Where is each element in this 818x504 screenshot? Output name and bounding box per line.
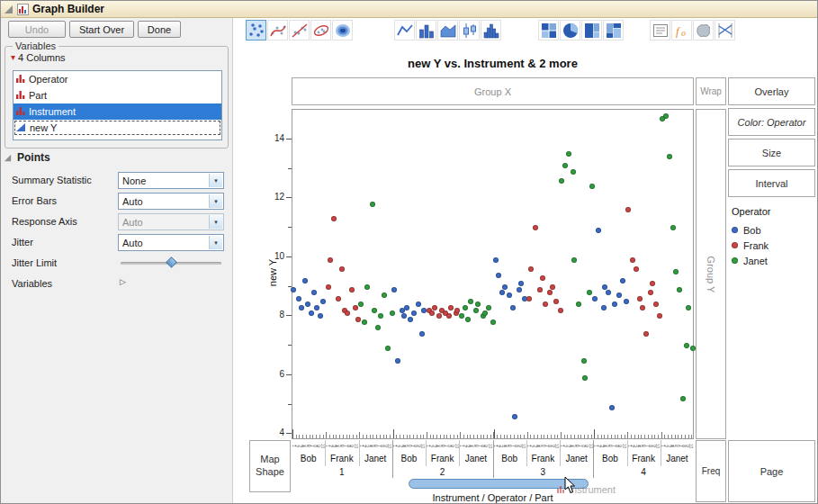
map-shapes-icon[interactable] bbox=[693, 20, 714, 40]
scatter-point[interactable] bbox=[345, 310, 350, 316]
scatter-point[interactable] bbox=[571, 169, 576, 175]
scatter-point[interactable] bbox=[589, 184, 595, 189]
scatter-point[interactable] bbox=[364, 284, 370, 290]
scatter-point[interactable] bbox=[416, 302, 421, 307]
contour-icon[interactable] bbox=[332, 20, 353, 40]
jitter-limit-slider[interactable] bbox=[121, 262, 221, 265]
caption-box-icon[interactable] bbox=[650, 20, 670, 40]
scatter-point[interactable] bbox=[576, 302, 581, 307]
points-icon[interactable] bbox=[246, 20, 266, 40]
scatter-point[interactable] bbox=[673, 269, 679, 274]
scatter-point[interactable] bbox=[537, 287, 543, 292]
error-bars-dropdown[interactable]: Auto▼ bbox=[118, 193, 224, 210]
variables-disclosure-icon[interactable]: ▷ bbox=[120, 277, 126, 286]
size-zone[interactable]: Size bbox=[728, 139, 815, 166]
done-button[interactable]: Done bbox=[138, 21, 181, 38]
scatter-point[interactable] bbox=[318, 313, 323, 319]
scatter-point[interactable] bbox=[667, 154, 672, 159]
scatter-point[interactable] bbox=[309, 310, 314, 316]
scatter-point[interactable] bbox=[391, 287, 397, 292]
scatter-point[interactable] bbox=[314, 305, 319, 310]
overlay-zone[interactable]: Overlay bbox=[728, 77, 815, 105]
scatter-point[interactable] bbox=[507, 292, 512, 298]
scatter-point[interactable] bbox=[562, 163, 568, 168]
scatter-point[interactable] bbox=[355, 317, 361, 322]
column-item-instrument[interactable]: Instrument bbox=[13, 104, 221, 120]
scatter-point[interactable] bbox=[663, 113, 669, 119]
columns-header[interactable]: ▾ 4 Columns bbox=[11, 52, 66, 63]
scatter-point[interactable] bbox=[680, 396, 686, 401]
legend-item-frank[interactable]: Frank bbox=[732, 238, 815, 253]
box-plot-icon[interactable] bbox=[459, 20, 480, 40]
scatter-point[interactable] bbox=[566, 151, 571, 157]
scatter-point[interactable] bbox=[463, 305, 468, 310]
slider-thumb[interactable] bbox=[166, 256, 177, 268]
scatter-point[interactable] bbox=[296, 296, 301, 302]
scatter-point[interactable] bbox=[299, 305, 304, 310]
scatter-point[interactable] bbox=[468, 299, 473, 304]
scatter-point[interactable] bbox=[499, 290, 505, 295]
interval-zone[interactable]: Interval bbox=[728, 169, 815, 197]
scatter-point[interactable] bbox=[648, 290, 653, 295]
line-icon[interactable] bbox=[394, 20, 415, 40]
mosaic-icon[interactable] bbox=[603, 20, 624, 40]
scatter-point[interactable] bbox=[526, 296, 532, 302]
scatter-point[interactable] bbox=[601, 305, 607, 310]
scatter-point[interactable] bbox=[475, 302, 481, 307]
scatter-point[interactable] bbox=[517, 287, 522, 292]
scatter-point[interactable] bbox=[496, 273, 501, 278]
scatter-point[interactable] bbox=[362, 320, 367, 325]
scatter-point[interactable] bbox=[349, 287, 355, 292]
scatter-point[interactable] bbox=[382, 292, 387, 298]
red-triangle-menu-icon[interactable]: ▾ bbox=[11, 53, 15, 62]
scatter-point[interactable] bbox=[686, 305, 691, 310]
summary-statistic-dropdown[interactable]: None▼ bbox=[118, 172, 224, 189]
scatter-point[interactable] bbox=[602, 284, 607, 290]
formula-icon[interactable]: fo bbox=[671, 20, 692, 40]
color-zone[interactable]: Color: Operator bbox=[728, 108, 815, 136]
smoother-icon[interactable] bbox=[267, 20, 288, 40]
scatter-point[interactable] bbox=[528, 266, 534, 272]
scatter-point[interactable] bbox=[336, 296, 341, 302]
scatter-point[interactable] bbox=[490, 320, 496, 325]
scatter-point[interactable] bbox=[326, 284, 331, 290]
legend-item-bob[interactable]: Bob bbox=[732, 222, 815, 238]
scatter-point[interactable] bbox=[540, 275, 545, 281]
line-of-fit-icon[interactable] bbox=[289, 20, 310, 40]
scatter-point[interactable] bbox=[473, 308, 479, 313]
ellipse-icon[interactable] bbox=[310, 20, 331, 40]
scatter-point[interactable] bbox=[454, 308, 460, 313]
scatter-point[interactable] bbox=[459, 313, 464, 319]
outline-disclosure-icon[interactable] bbox=[4, 4, 13, 14]
scatter-point[interactable] bbox=[320, 299, 326, 304]
scatter-point[interactable] bbox=[421, 308, 427, 313]
scatter-point[interactable] bbox=[401, 313, 407, 319]
scatter-point[interactable] bbox=[587, 290, 592, 295]
heatmap-icon[interactable] bbox=[538, 20, 559, 40]
scatter-point[interactable] bbox=[550, 284, 555, 290]
scatter-point[interactable] bbox=[291, 287, 296, 292]
scatter-point[interactable] bbox=[553, 299, 559, 304]
scatter-point[interactable] bbox=[582, 375, 588, 381]
scatter-point[interactable] bbox=[640, 305, 645, 310]
scatter-point[interactable] bbox=[625, 207, 631, 212]
scatter-point[interactable] bbox=[684, 343, 689, 348]
column-item-part[interactable]: Part bbox=[13, 87, 221, 104]
plot-area[interactable] bbox=[292, 109, 694, 439]
scatter-point[interactable] bbox=[370, 202, 375, 207]
scatter-point[interactable] bbox=[620, 278, 625, 284]
scatter-point[interactable] bbox=[634, 266, 639, 272]
scatter-point[interactable] bbox=[581, 358, 587, 364]
bar-icon[interactable] bbox=[416, 20, 436, 40]
scatter-point[interactable] bbox=[408, 317, 413, 322]
scatter-point[interactable] bbox=[331, 216, 337, 221]
scatter-point[interactable] bbox=[339, 266, 345, 272]
scatter-point[interactable] bbox=[429, 310, 435, 316]
scatter-point[interactable] bbox=[637, 296, 643, 302]
scatter-point[interactable] bbox=[510, 305, 516, 310]
start-over-button[interactable]: Start Over bbox=[69, 21, 134, 38]
scatter-point[interactable] bbox=[558, 308, 563, 313]
scatter-point[interactable] bbox=[643, 331, 649, 337]
scatter-point[interactable] bbox=[653, 302, 659, 307]
undo-button[interactable]: Undo bbox=[8, 21, 66, 38]
